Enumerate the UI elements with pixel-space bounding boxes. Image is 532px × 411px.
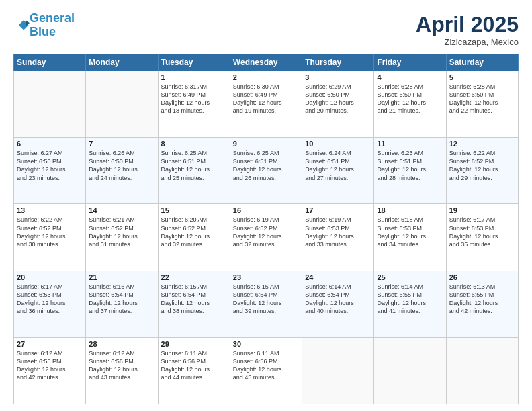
- day-number: 16: [233, 206, 299, 214]
- weekday-header-saturday: Saturday: [446, 54, 518, 71]
- day-number: 11: [377, 140, 443, 148]
- day-number: 2: [233, 73, 299, 81]
- logo-line2: Blue: [30, 25, 56, 38]
- day-number: 18: [377, 206, 443, 214]
- calendar-cell: 22Sunrise: 6:15 AMSunset: 6:54 PMDayligh…: [158, 271, 230, 337]
- header: General Blue April 2025 Zizicazapa, Mexi…: [13, 12, 519, 47]
- cell-text: Sunrise: 6:21 AMSunset: 6:52 PMDaylight:…: [89, 216, 154, 248]
- month-title: April 2025: [416, 12, 519, 37]
- cell-text: Sunrise: 6:12 AMSunset: 6:56 PMDaylight:…: [89, 349, 154, 382]
- calendar-cell: 23Sunrise: 6:15 AMSunset: 6:54 PMDayligh…: [230, 271, 302, 337]
- calendar-cell: 26Sunrise: 6:13 AMSunset: 6:55 PMDayligh…: [446, 271, 518, 337]
- calendar-cell: 28Sunrise: 6:12 AMSunset: 6:56 PMDayligh…: [86, 337, 158, 404]
- calendar-cell: 15Sunrise: 6:20 AMSunset: 6:52 PMDayligh…: [158, 204, 230, 271]
- cell-text: Sunrise: 6:28 AMSunset: 6:50 PMDaylight:…: [377, 83, 443, 116]
- day-number: 5: [449, 73, 515, 81]
- cell-text: Sunrise: 6:25 AMSunset: 6:51 PMDaylight:…: [233, 149, 299, 182]
- cell-text: Sunrise: 6:18 AMSunset: 6:53 PMDaylight:…: [377, 216, 443, 248]
- day-number: 28: [89, 340, 154, 348]
- day-number: 1: [161, 73, 227, 81]
- calendar-cell: 14Sunrise: 6:21 AMSunset: 6:52 PMDayligh…: [86, 204, 158, 271]
- calendar-cell: 27Sunrise: 6:12 AMSunset: 6:55 PMDayligh…: [14, 337, 86, 404]
- location: Zizicazapa, Mexico: [416, 37, 519, 47]
- calendar-cell: 19Sunrise: 6:17 AMSunset: 6:53 PMDayligh…: [446, 204, 518, 271]
- calendar-cell: [14, 71, 86, 138]
- calendar-cell: 24Sunrise: 6:14 AMSunset: 6:54 PMDayligh…: [302, 271, 374, 337]
- cell-text: Sunrise: 6:29 AMSunset: 6:50 PMDaylight:…: [305, 83, 371, 116]
- day-number: 10: [305, 140, 371, 148]
- cell-text: Sunrise: 6:23 AMSunset: 6:51 PMDaylight:…: [377, 149, 443, 182]
- cell-text: Sunrise: 6:30 AMSunset: 6:49 PMDaylight:…: [233, 83, 299, 116]
- calendar-cell: 1Sunrise: 6:31 AMSunset: 6:49 PMDaylight…: [158, 71, 230, 138]
- cell-text: Sunrise: 6:28 AMSunset: 6:50 PMDaylight:…: [449, 83, 515, 116]
- day-number: 24: [305, 273, 371, 281]
- calendar-cell: [374, 337, 446, 404]
- calendar-cell: 8Sunrise: 6:25 AMSunset: 6:51 PMDaylight…: [158, 138, 230, 204]
- cell-text: Sunrise: 6:11 AMSunset: 6:56 PMDaylight:…: [233, 349, 299, 382]
- cell-text: Sunrise: 6:12 AMSunset: 6:55 PMDaylight:…: [17, 349, 83, 382]
- calendar-cell: 29Sunrise: 6:11 AMSunset: 6:56 PMDayligh…: [158, 337, 230, 404]
- calendar-cell: 25Sunrise: 6:14 AMSunset: 6:55 PMDayligh…: [374, 271, 446, 337]
- calendar-cell: 3Sunrise: 6:29 AMSunset: 6:50 PMDaylight…: [302, 71, 374, 138]
- calendar-cell: [302, 337, 374, 404]
- cell-text: Sunrise: 6:14 AMSunset: 6:55 PMDaylight:…: [377, 283, 443, 316]
- day-number: 29: [161, 340, 227, 348]
- cell-text: Sunrise: 6:31 AMSunset: 6:49 PMDaylight:…: [161, 83, 227, 116]
- calendar-table: SundayMondayTuesdayWednesdayThursdayFrid…: [13, 54, 519, 404]
- day-number: 22: [161, 273, 227, 281]
- calendar-cell: 4Sunrise: 6:28 AMSunset: 6:50 PMDaylight…: [374, 71, 446, 138]
- weekday-header-friday: Friday: [374, 54, 446, 71]
- cell-text: Sunrise: 6:14 AMSunset: 6:54 PMDaylight:…: [305, 283, 371, 316]
- cell-text: Sunrise: 6:15 AMSunset: 6:54 PMDaylight:…: [233, 283, 299, 316]
- day-number: 30: [233, 340, 299, 348]
- logo: General Blue: [13, 12, 75, 39]
- calendar-cell: 30Sunrise: 6:11 AMSunset: 6:56 PMDayligh…: [230, 337, 302, 404]
- day-number: 12: [449, 140, 515, 148]
- calendar-row-1: 6Sunrise: 6:27 AMSunset: 6:50 PMDaylight…: [14, 138, 519, 204]
- weekday-header-monday: Monday: [86, 54, 158, 71]
- day-number: 27: [17, 340, 83, 348]
- day-number: 19: [449, 206, 515, 214]
- calendar-row-4: 27Sunrise: 6:12 AMSunset: 6:55 PMDayligh…: [14, 337, 519, 404]
- page: General Blue April 2025 Zizicazapa, Mexi…: [0, 0, 532, 411]
- day-number: 8: [161, 140, 227, 148]
- calendar-cell: 12Sunrise: 6:22 AMSunset: 6:52 PMDayligh…: [446, 138, 518, 204]
- calendar-cell: 7Sunrise: 6:26 AMSunset: 6:50 PMDaylight…: [86, 138, 158, 204]
- calendar-cell: 17Sunrise: 6:19 AMSunset: 6:53 PMDayligh…: [302, 204, 374, 271]
- title-block: April 2025 Zizicazapa, Mexico: [416, 12, 519, 47]
- day-number: 3: [305, 73, 371, 81]
- logo-text: General Blue: [30, 12, 75, 39]
- calendar-row-2: 13Sunrise: 6:22 AMSunset: 6:52 PMDayligh…: [14, 204, 519, 271]
- day-number: 26: [449, 273, 515, 281]
- calendar-cell: 2Sunrise: 6:30 AMSunset: 6:49 PMDaylight…: [230, 71, 302, 138]
- cell-text: Sunrise: 6:19 AMSunset: 6:52 PMDaylight:…: [233, 216, 299, 248]
- day-number: 21: [89, 273, 154, 281]
- calendar-cell: 16Sunrise: 6:19 AMSunset: 6:52 PMDayligh…: [230, 204, 302, 271]
- day-number: 7: [89, 140, 154, 148]
- cell-text: Sunrise: 6:25 AMSunset: 6:51 PMDaylight:…: [161, 149, 227, 182]
- calendar-cell: 6Sunrise: 6:27 AMSunset: 6:50 PMDaylight…: [14, 138, 86, 204]
- header-row: SundayMondayTuesdayWednesdayThursdayFrid…: [14, 54, 519, 71]
- cell-text: Sunrise: 6:22 AMSunset: 6:52 PMDaylight:…: [17, 216, 83, 248]
- cell-text: Sunrise: 6:15 AMSunset: 6:54 PMDaylight:…: [161, 283, 227, 316]
- cell-text: Sunrise: 6:13 AMSunset: 6:55 PMDaylight:…: [449, 283, 515, 316]
- logo-line1: General: [30, 11, 75, 25]
- calendar-row-3: 20Sunrise: 6:17 AMSunset: 6:53 PMDayligh…: [14, 271, 519, 337]
- cell-text: Sunrise: 6:19 AMSunset: 6:53 PMDaylight:…: [305, 216, 371, 248]
- cell-text: Sunrise: 6:24 AMSunset: 6:51 PMDaylight:…: [305, 149, 371, 182]
- cell-text: Sunrise: 6:20 AMSunset: 6:52 PMDaylight:…: [161, 216, 227, 248]
- calendar-row-0: 1Sunrise: 6:31 AMSunset: 6:49 PMDaylight…: [14, 71, 519, 138]
- calendar-cell: [86, 71, 158, 138]
- calendar-cell: 10Sunrise: 6:24 AMSunset: 6:51 PMDayligh…: [302, 138, 374, 204]
- cell-text: Sunrise: 6:22 AMSunset: 6:52 PMDaylight:…: [449, 149, 515, 182]
- day-number: 15: [161, 206, 227, 214]
- calendar-cell: 9Sunrise: 6:25 AMSunset: 6:51 PMDaylight…: [230, 138, 302, 204]
- calendar-cell: 21Sunrise: 6:16 AMSunset: 6:54 PMDayligh…: [86, 271, 158, 337]
- day-number: 25: [377, 273, 443, 281]
- weekday-header-thursday: Thursday: [302, 54, 374, 71]
- day-number: 6: [17, 140, 83, 148]
- calendar-cell: [446, 337, 518, 404]
- weekday-header-tuesday: Tuesday: [158, 54, 230, 71]
- cell-text: Sunrise: 6:17 AMSunset: 6:53 PMDaylight:…: [449, 216, 515, 248]
- day-number: 4: [377, 73, 443, 81]
